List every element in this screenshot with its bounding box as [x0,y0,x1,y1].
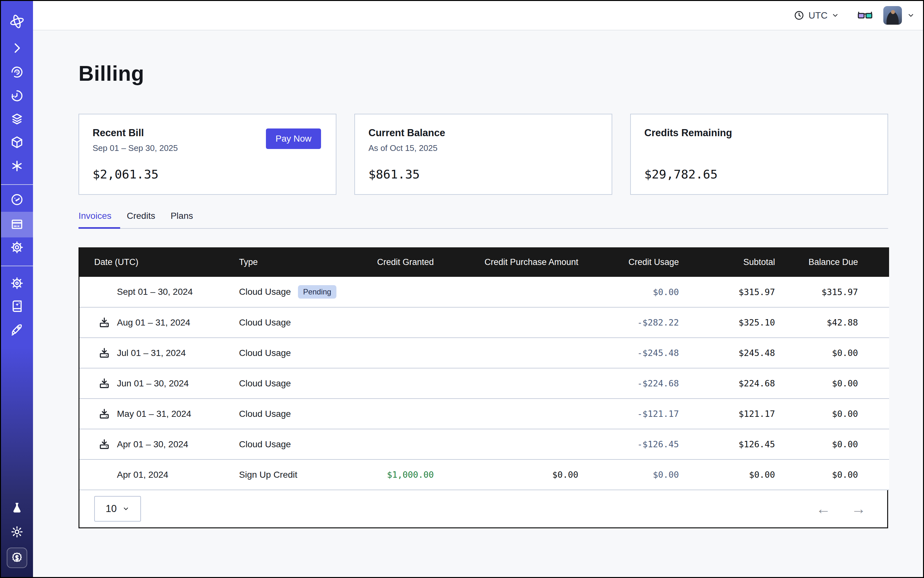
timezone-selector[interactable]: UTC [794,10,839,21]
subtotal-cell: $315.97 [711,277,807,307]
invoice-row[interactable]: May 01 – 31, 2024 Cloud Usage -$121.17 $… [80,399,889,429]
invoice-row[interactable]: Jun 01 – 30, 2024 Cloud Usage -$224.68 $… [80,368,889,399]
download-invoice-button[interactable] [98,408,117,420]
credit-usage-cell: -$224.68 [611,368,711,399]
subtotal-cell: $126.45 [711,429,807,459]
page-size-value: 10 [106,503,117,515]
invoice-date: Aug 01 – 31, 2024 [117,318,190,328]
timezone-label: UTC [808,10,828,21]
credit-purchase-cell [466,429,611,459]
invoice-row[interactable]: Apr 01, 2024 Sign Up Credit $1,000.00 $0… [80,459,889,490]
subtotal-cell: $325.10 [711,307,807,338]
balance-due-cell: $0.00 [807,459,889,490]
account-menu[interactable] [883,6,915,25]
table-pagination: 10 ← → [80,490,887,528]
active-tab-indicator [78,227,120,229]
invoice-type: Cloud Usage [239,287,291,297]
col-type: Type [221,247,374,277]
credit-purchase-cell [466,277,611,307]
tab-invoices[interactable]: Invoices [78,211,112,229]
chevron-down-icon [907,11,915,19]
invoices-table: Date (UTC) Type Credit Granted Credit Pu… [78,247,888,528]
invoice-row[interactable]: Sept 01 – 30, 2024 Cloud Usage Pending $… [80,277,889,307]
asterisk-icon[interactable] [10,159,24,173]
invoice-row[interactable]: Apr 01 – 30, 2024 Cloud Usage -$126.45 $… [80,429,889,459]
modal-logo[interactable] [9,13,25,30]
next-page-icon[interactable]: → [851,502,866,516]
invoice-type: Cloud Usage [239,409,291,419]
chevron-down-icon [122,505,130,512]
card-title: Current Balance [369,127,598,139]
view-mode-button[interactable] [858,10,872,21]
dollar-badge-icon [10,551,24,565]
credit-granted-cell: $1,000.00 [374,459,466,490]
glasses-icon [858,10,872,21]
balance-due-cell: $315.97 [807,277,889,307]
credit-granted-cell [374,338,466,368]
sidebar-divider [1,184,33,185]
card-title: Credits Remaining [644,127,874,139]
billing-icon[interactable] [10,217,24,231]
credit-granted-cell [374,399,466,429]
download-icon [98,347,110,359]
credit-purchase-cell [466,399,611,429]
current-balance-amount: $861.35 [369,167,598,181]
card-subtitle [644,143,874,153]
current-balance-card: Current Balance As of Oct 15, 2025 $861.… [354,114,612,195]
tabs-underline [78,228,888,229]
live-eye-icon[interactable] [10,65,24,79]
rocket-icon[interactable] [10,323,24,337]
sidebar-divider [1,266,33,266]
credit-granted-cell [374,429,466,459]
app-window: UTC Billing Recent Bill Sep 01 – Sep 30,… [0,0,924,578]
book-sparkle-icon[interactable] [10,299,24,313]
download-invoice-button[interactable] [98,317,117,328]
download-invoice-button[interactable] [98,438,117,450]
page-size-select[interactable]: 10 [94,496,141,521]
col-credit-usage: Credit Usage [611,247,711,277]
download-icon [98,408,110,420]
col-subtotal: Subtotal [711,247,807,277]
credit-purchase-cell [466,307,611,338]
balance-due-cell: $0.00 [807,338,889,368]
col-date: Date (UTC) [80,247,221,277]
flask-icon[interactable] [10,501,24,515]
summary-cards: Recent Bill Sep 01 – Sep 30, 2025 $2,061… [78,114,888,195]
chevron-right-icon[interactable] [10,41,24,55]
tab-credits[interactable]: Credits [127,211,155,229]
gear-icon[interactable] [10,240,24,254]
invoice-date: May 01 – 31, 2024 [117,409,191,419]
sun-icon[interactable] [10,525,24,539]
layers-icon[interactable] [10,112,24,126]
invoice-row[interactable]: Aug 01 – 31, 2024 Cloud Usage -$282.22 $… [80,307,889,338]
pay-now-button[interactable]: Pay Now [266,128,321,149]
credit-granted-cell [374,368,466,399]
invoice-type: Cloud Usage [239,378,291,389]
invoice-date: Apr 01 – 30, 2024 [117,439,188,450]
prev-page-icon[interactable]: ← [816,502,831,516]
clock-history-icon[interactable] [10,89,24,103]
credit-usage-cell: -$126.45 [611,429,711,459]
invoice-type: Cloud Usage [239,439,291,450]
recent-bill-card: Recent Bill Sep 01 – Sep 30, 2025 $2,061… [78,114,336,195]
sidebar [1,1,33,577]
invoice-date: Sept 01 – 30, 2024 [117,287,193,297]
helm-icon[interactable] [10,276,24,290]
invoice-row[interactable]: Jul 01 – 31, 2024 Cloud Usage -$245.48 $… [80,338,889,368]
topbar: UTC [33,1,923,31]
gauge-icon[interactable] [10,193,24,207]
credits-remaining-amount: $29,782.65 [644,167,874,181]
invoice-date: Jul 01 – 31, 2024 [117,348,186,358]
download-invoice-button[interactable] [98,377,117,389]
balance-due-cell: $0.00 [807,429,889,459]
cube-icon[interactable] [10,135,24,149]
invoice-type: Cloud Usage [239,318,291,328]
recent-bill-amount: $2,061.35 [93,167,322,181]
subtotal-cell: $121.17 [711,399,807,429]
table-header-row: Date (UTC) Type Credit Granted Credit Pu… [80,247,889,277]
credits-referral-button[interactable] [7,547,27,568]
main-content: Billing Recent Bill Sep 01 – Sep 30, 202… [33,31,923,577]
credit-purchase-cell [466,368,611,399]
tab-plans[interactable]: Plans [171,211,193,229]
download-invoice-button[interactable] [98,347,117,359]
